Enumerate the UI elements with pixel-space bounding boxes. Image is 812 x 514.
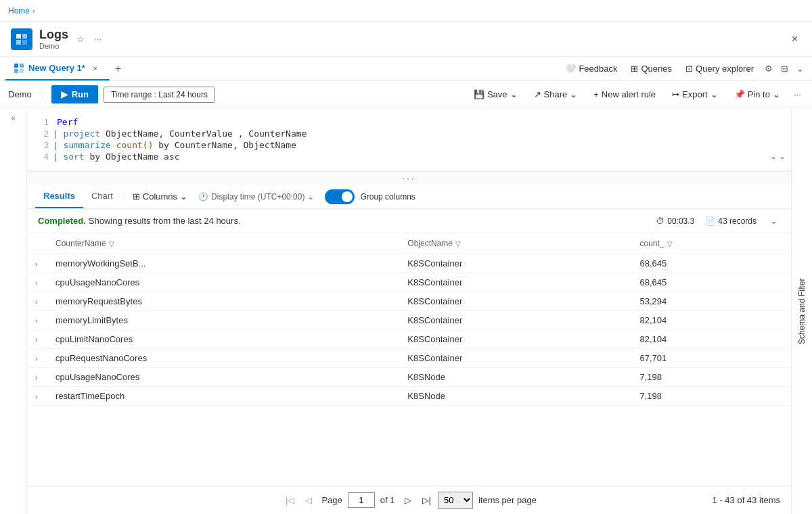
display-time-button[interactable]: 🕐 Display time (UTC+00:00) ⌄ [193,189,319,204]
count-cell-3: 82,104 [631,311,791,330]
app-subtitle: Demo [39,42,68,50]
new-tab-button[interactable]: + [110,60,127,78]
new-alert-label: New alert rule [602,89,656,99]
save-button[interactable]: 💾 Save ⌄ [468,87,523,102]
export-icon: ↦ [672,89,679,99]
save-label: Save [487,89,508,99]
new-alert-button[interactable]: + New alert rule [588,87,661,102]
queries-button[interactable]: ⊞ Queries [625,61,677,76]
per-page-select[interactable]: 50 100 200 [438,492,473,509]
columns-icon: ⊞ [133,191,140,202]
duration-value: 00:03.3 [667,216,694,226]
collapse-left-icon[interactable]: « [11,114,15,122]
count-cell-6: 7,198 [631,368,791,387]
count-cell-4: 82,104 [631,330,791,349]
code-content-4[interactable]: sort by ObjectName asc [60,151,179,162]
first-page-button[interactable]: |◁ [281,492,298,508]
counter-name-cell-3: memoryLimitBytes [47,311,399,330]
home-link[interactable]: Home [8,6,30,16]
clock-icon: 🕐 [198,192,208,202]
tab-chart[interactable]: Chart [83,185,121,208]
counter-name-cell-1: cpuUsageNanoCores [47,273,399,292]
export-button[interactable]: ↦ Export ⌄ [667,87,723,102]
line-number-1: 1 [38,117,54,127]
header-row: CounterName ▽ ObjectName ▽ [27,233,791,254]
svg-rect-6 [14,69,18,73]
pin-to-label: Pin to [748,89,770,99]
last-page-button[interactable]: ▷| [418,492,435,508]
queries-icon: ⊞ [631,64,638,74]
table-body: › memoryWorkingSetB... K8SContainer 68,6… [27,254,791,406]
query-explorer-button[interactable]: ⊡ Query explorer [680,61,759,76]
app-logo [11,28,32,50]
settings-button[interactable]: ⚙ [762,61,775,76]
row-expand-1[interactable]: › [27,273,47,292]
line-number-4: 4 [38,151,54,162]
view-toggle-button[interactable]: ⊟ [778,61,791,76]
count-filter-icon[interactable]: ▽ [667,240,673,248]
feedback-button[interactable]: 🤍 Feedback [560,61,623,76]
query-explorer-label: Query explorer [696,64,754,74]
code-content-3[interactable]: summarize count() by CounterName, Object… [60,140,296,150]
row-expand-0[interactable]: › [27,254,47,273]
expand-panel[interactable]: ··· [27,171,791,185]
row-expand-6[interactable]: › [27,368,47,387]
share-button[interactable]: ↗ Share ⌄ [528,87,583,102]
object-name-header[interactable]: ObjectName ▽ [399,233,631,254]
favorite-button[interactable]: ☆ [74,31,87,47]
share-label: Share [544,89,568,99]
chevron-up-icon2: ⌃ [779,156,786,165]
pin-chevron-icon: ⌄ [773,89,780,99]
svg-rect-3 [22,40,27,45]
display-time-label: Display time (UTC+00:00) [211,192,304,202]
counter-name-filter-icon[interactable]: ▽ [109,240,114,248]
row-expand-3[interactable]: › [27,311,47,330]
workspace-label: Demo [8,89,43,99]
count-header[interactable]: count_ ▽ [631,233,791,254]
row-expand-2[interactable]: › [27,292,47,311]
code-content-1[interactable]: Perf [54,117,78,127]
new-query-tab[interactable]: New Query 1* × [5,57,110,80]
code-content-2[interactable]: project ObjectName, CounterValue , Count… [60,128,307,139]
tab-close-button[interactable]: × [89,62,102,74]
left-panel-toggle[interactable]: « [0,108,27,514]
display-time-chevron-icon: ⌄ [307,192,314,202]
tab-results[interactable]: Results [35,185,83,208]
object-name-filter-icon[interactable]: ▽ [455,240,461,248]
toolbar-more-button[interactable]: ··· [791,87,804,102]
row-expand-7[interactable]: › [27,387,47,406]
app-title-group: Logs Demo [39,28,68,50]
count-cell-7: 7,198 [631,387,791,406]
sidebar-schema-filter[interactable]: Schema and Filter [791,108,812,514]
save-icon: 💾 [474,89,484,99]
next-page-button[interactable]: ▷ [401,492,415,508]
row-expand-5[interactable]: › [27,349,47,368]
expand-results-button[interactable]: ⌄ [767,213,780,229]
pin-to-button[interactable]: 📌 Pin to ⌄ [729,87,786,102]
more-options-button[interactable]: ··· [91,31,104,47]
share-chevron-icon: ⌄ [570,89,577,99]
code-line-1: 1 Perf [38,116,780,128]
expand-button[interactable]: ⌄ [794,61,807,76]
table-row: › memoryLimitBytes K8SContainer 82,104 [27,311,791,330]
group-columns-toggle[interactable] [325,189,355,204]
run-button[interactable]: ▶ Run [51,85,98,103]
row-chevron-7: › [35,393,37,400]
prev-page-button[interactable]: ◁ [301,492,316,508]
count-label: count_ [639,239,664,248]
close-button[interactable]: ✕ [788,31,801,47]
expand-results-icon: ⌄ [770,216,777,226]
counter-name-header[interactable]: CounterName ▽ [47,233,399,254]
page-number-input[interactable] [348,492,375,508]
collapse-editor-button[interactable]: ⌃ ⌃ [770,156,786,165]
results-tabs: Results Chart ⊞ Columns ⌄ 🕐 Display time… [27,185,791,209]
records-metric: 📄 43 records [705,216,757,226]
app-header-actions: ☆ ··· [74,31,104,47]
row-chevron-4: › [35,336,37,344]
row-expand-4[interactable]: › [27,330,47,349]
object-name-cell-3: K8SContainer [399,311,631,330]
object-name-cell-2: K8SContainer [399,292,631,311]
time-range-button[interactable]: Time range : Last 24 hours [104,87,215,103]
columns-button[interactable]: ⊞ Columns ⌄ [127,189,193,204]
query-editor: 1 Perf 2 | project ObjectName, CounterVa… [27,108,791,171]
